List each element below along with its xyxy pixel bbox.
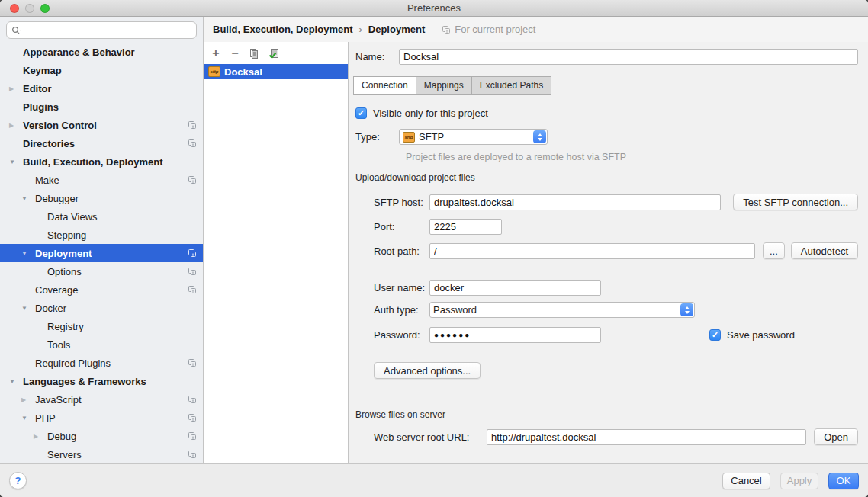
minimize-window-button xyxy=(25,4,34,13)
add-icon[interactable]: + xyxy=(210,47,222,59)
open-url-button[interactable]: Open xyxy=(814,428,858,445)
search-icon xyxy=(11,26,23,35)
sidebar-item-debugger[interactable]: ▼Debugger xyxy=(0,189,203,207)
expand-arrow-icon[interactable]: ▶ xyxy=(9,122,23,129)
password-row: Password: ✓ Save password xyxy=(374,327,858,343)
sidebar-item-build-execution-deployment[interactable]: ▼Build, Execution, Deployment xyxy=(0,152,203,171)
project-scope-icon xyxy=(188,413,197,422)
copy-icon[interactable] xyxy=(248,47,260,59)
type-select[interactable]: sftp SFTP xyxy=(399,129,548,145)
project-scope-icon xyxy=(188,120,197,130)
sidebar-item-coverage[interactable]: Coverage xyxy=(0,281,203,299)
sidebar-item-version-control[interactable]: ▶Version Control xyxy=(0,116,203,134)
ok-button[interactable]: OK xyxy=(828,473,859,489)
search-input[interactable] xyxy=(25,24,191,36)
sidebar-item-label: JavaScript xyxy=(35,394,82,406)
sidebar-item-label: Servers xyxy=(47,449,82,460)
collapse-arrow-icon[interactable]: ▼ xyxy=(21,250,35,257)
advanced-options-row: Advanced options... xyxy=(374,362,858,379)
sftp-host-input[interactable] xyxy=(429,194,721,210)
sidebar-item-label: Data Views xyxy=(47,211,98,223)
apply-button[interactable]: Apply xyxy=(780,473,818,489)
sidebar-item-javascript[interactable]: ▶JavaScript xyxy=(0,390,203,409)
breadcrumb-separator-icon: › xyxy=(358,24,362,35)
autodetect-button[interactable]: Autodetect xyxy=(791,242,858,259)
project-scope-icon xyxy=(188,431,197,441)
sidebar-item-editor[interactable]: ▶Editor xyxy=(0,79,203,98)
visible-only-checkbox[interactable]: ✓ xyxy=(355,107,367,119)
sidebar-item-php[interactable]: ▼PHP xyxy=(0,409,203,427)
project-scope-icon xyxy=(188,175,197,184)
project-scope-icon xyxy=(188,395,197,404)
sidebar-item-deployment[interactable]: ▼Deployment xyxy=(0,244,203,262)
project-scope-icon xyxy=(442,25,451,34)
sidebar-item-options[interactable]: Options xyxy=(0,262,203,281)
breadcrumb-group[interactable]: Build, Execution, Deployment xyxy=(213,24,352,35)
sidebar-item-label: PHP xyxy=(35,412,56,424)
collapse-arrow-icon[interactable]: ▼ xyxy=(21,415,35,422)
remove-icon[interactable]: − xyxy=(229,47,241,59)
sidebar-item-make[interactable]: Make xyxy=(0,171,203,189)
sidebar-item-stepping[interactable]: Stepping xyxy=(0,226,203,244)
sidebar-item-label: Languages & Frameworks xyxy=(23,376,146,387)
tab-excluded-paths[interactable]: Excluded Paths xyxy=(471,76,551,95)
browse-root-path-button[interactable]: ... xyxy=(763,242,785,259)
server-list-toolbar: +− xyxy=(204,42,348,64)
sidebar-item-servers[interactable]: Servers xyxy=(0,445,203,463)
sidebar-item-keymap[interactable]: Keymap xyxy=(0,61,203,79)
save-password-checkbox[interactable]: ✓ xyxy=(709,329,721,341)
project-scope-icon xyxy=(188,285,197,294)
name-row: Name: xyxy=(355,49,858,65)
use-as-default-icon[interactable] xyxy=(267,47,279,59)
project-scope-icon xyxy=(188,267,197,276)
sidebar-item-label: Coverage xyxy=(35,284,78,296)
sidebar-item-label: Debug xyxy=(47,431,76,442)
sidebar-item-languages-frameworks[interactable]: ▼Languages & Frameworks xyxy=(0,372,203,390)
sftp-host-row: SFTP host: Test SFTP connection... xyxy=(374,194,858,210)
root-path-input[interactable] xyxy=(429,243,755,259)
root-path-row: Root path: ... Autodetect xyxy=(374,242,858,259)
name-input[interactable] xyxy=(399,49,858,65)
collapse-arrow-icon[interactable]: ▼ xyxy=(9,159,23,165)
advanced-options-button[interactable]: Advanced options... xyxy=(374,362,481,379)
browse-section-title: Browse files on server xyxy=(355,409,445,420)
sidebar-item-registry[interactable]: Registry xyxy=(0,317,203,335)
auth-type-label: Auth type: xyxy=(374,304,429,316)
browse-section-header: Browse files on server xyxy=(355,409,858,420)
web-root-input[interactable] xyxy=(487,429,806,445)
zoom-window-button[interactable] xyxy=(40,4,50,13)
settings-search-box[interactable] xyxy=(6,21,197,39)
type-label: Type: xyxy=(355,131,399,143)
close-window-button[interactable] xyxy=(10,4,19,13)
password-input[interactable] xyxy=(429,327,601,343)
sidebar-item-data-views[interactable]: Data Views xyxy=(0,207,203,226)
tab-connection[interactable]: Connection xyxy=(353,76,416,95)
sidebar-item-directories[interactable]: Directories xyxy=(0,134,203,152)
expand-arrow-icon[interactable]: ▶ xyxy=(9,85,23,92)
server-item-docksal[interactable]: sftpDocksal xyxy=(204,64,348,79)
collapse-arrow-icon[interactable]: ▼ xyxy=(21,305,35,312)
collapse-arrow-icon[interactable]: ▼ xyxy=(21,195,35,202)
sidebar-item-docker[interactable]: ▼Docker xyxy=(0,299,203,317)
window-controls xyxy=(10,4,50,13)
sidebar-item-plugins[interactable]: Plugins xyxy=(0,98,203,116)
help-button[interactable]: ? xyxy=(9,472,27,489)
user-name-row: User name: xyxy=(374,280,858,296)
port-input[interactable] xyxy=(429,219,502,235)
user-name-input[interactable] xyxy=(429,280,601,296)
sidebar-item-required-plugins[interactable]: Required Plugins xyxy=(0,354,203,372)
collapse-arrow-icon[interactable]: ▼ xyxy=(9,378,23,385)
test-sftp-connection-button[interactable]: Test SFTP connection... xyxy=(733,194,858,210)
sidebar-item-appearance-behavior[interactable]: Appearance & Behavior xyxy=(0,43,203,61)
expand-arrow-icon[interactable]: ▶ xyxy=(21,396,35,403)
expand-arrow-icon[interactable]: ▶ xyxy=(34,433,47,440)
cancel-button[interactable]: Cancel xyxy=(722,473,770,489)
settings-tabs: ConnectionMappingsExcluded Paths xyxy=(349,76,868,95)
sidebar-item-tools[interactable]: Tools xyxy=(0,335,203,354)
sidebar-item-debug[interactable]: ▶Debug xyxy=(0,427,203,445)
auth-type-select[interactable]: Password xyxy=(429,302,695,318)
upload-section-header: Upload/download project files xyxy=(355,172,858,183)
sidebar-item-label: Plugins xyxy=(23,101,59,113)
tab-mappings[interactable]: Mappings xyxy=(416,76,472,95)
sidebar-item-label: Build, Execution, Deployment xyxy=(23,156,162,168)
